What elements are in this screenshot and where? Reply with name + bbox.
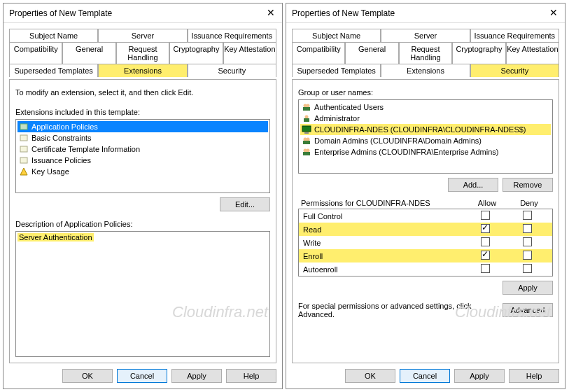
titlebar: Properties of New Template ✕ bbox=[286, 4, 565, 23]
tab-security[interactable]: Security bbox=[188, 64, 276, 77]
list-item[interactable]: Administrator bbox=[300, 113, 551, 124]
warning-icon bbox=[19, 167, 29, 176]
tab-issuance-requirements[interactable]: Issuance Requirements bbox=[470, 29, 559, 42]
list-item-label: Issuance Policies bbox=[31, 156, 91, 164]
tab-security[interactable]: Security bbox=[470, 64, 559, 77]
tab-superseded-templates[interactable]: Superseded Templates bbox=[292, 64, 381, 77]
list-item-label: Application Policies bbox=[31, 122, 98, 131]
tab-general[interactable]: General bbox=[345, 42, 398, 64]
list-item[interactable]: Application Policies bbox=[17, 121, 268, 132]
list-item[interactable]: Certificate Template Information bbox=[17, 144, 268, 155]
deny-header: Deny bbox=[508, 199, 550, 207]
list-item[interactable]: Domain Admins (CLOUDINFRA\Domain Admins) bbox=[300, 135, 551, 146]
perm-name: Enroll bbox=[303, 252, 464, 260]
deny-checkbox[interactable] bbox=[523, 251, 532, 260]
svg-rect-7 bbox=[303, 107, 310, 111]
groups-list[interactable]: Authenticated Users Administrator CLOUDI… bbox=[298, 99, 553, 174]
tabstrip: Subject Name Server Issuance Requirement… bbox=[9, 29, 276, 77]
allow-checkbox[interactable] bbox=[481, 211, 490, 220]
apply-button[interactable]: Apply bbox=[454, 369, 505, 383]
deny-checkbox[interactable] bbox=[523, 237, 532, 246]
tab-subject-name[interactable]: Subject Name bbox=[9, 29, 98, 42]
allow-checkbox[interactable] bbox=[481, 224, 490, 233]
list-item-label: Administrator bbox=[314, 114, 360, 122]
tab-extensions[interactable]: Extensions bbox=[381, 64, 470, 77]
list-item[interactable]: CLOUDINFRA-NDES (CLOUDINFRA\CLOUDINFRA-N… bbox=[300, 124, 551, 135]
list-item[interactable]: Issuance Policies bbox=[17, 155, 268, 166]
help-button[interactable]: Help bbox=[509, 369, 559, 383]
computer-icon bbox=[302, 125, 311, 134]
tab-superseded-templates[interactable]: Superseded Templates bbox=[9, 64, 98, 77]
users-icon bbox=[302, 102, 311, 112]
tab-request-handling[interactable]: Request Handling bbox=[116, 42, 169, 64]
edit-button[interactable]: Edit... bbox=[220, 197, 270, 211]
dialog-extensions: Properties of New Template ✕ Subject Nam… bbox=[3, 3, 283, 389]
perm-name: Read bbox=[303, 225, 464, 234]
svg-rect-17 bbox=[303, 152, 310, 155]
close-icon[interactable]: ✕ bbox=[265, 8, 276, 19]
dialog-security: Properties of New Template ✕ Subject Nam… bbox=[286, 3, 566, 389]
advanced-row: For special permissions or advanced sett… bbox=[298, 302, 553, 318]
deny-checkbox[interactable] bbox=[523, 264, 532, 273]
tab-compatibility[interactable]: Compatibility bbox=[9, 42, 62, 64]
tab-subject-name[interactable]: Subject Name bbox=[292, 29, 381, 42]
advanced-button[interactable]: Advanced bbox=[503, 303, 553, 317]
perm-row: Read bbox=[299, 223, 552, 236]
description-box: Server Authentication bbox=[15, 231, 270, 357]
cancel-button[interactable]: Cancel bbox=[400, 369, 450, 383]
list-item[interactable]: Key Usage bbox=[17, 166, 268, 177]
users-icon bbox=[302, 136, 311, 146]
allow-checkbox[interactable] bbox=[481, 264, 490, 273]
remove-button[interactable]: Remove bbox=[503, 178, 553, 192]
tab-key-attestation[interactable]: Key Attestation bbox=[506, 42, 559, 64]
allow-checkbox[interactable] bbox=[481, 237, 490, 246]
ok-button[interactable]: OK bbox=[62, 369, 113, 383]
tab-compatibility[interactable]: Compatibility bbox=[292, 42, 345, 64]
cert-icon bbox=[19, 144, 29, 154]
users-icon bbox=[302, 147, 311, 157]
close-icon[interactable]: ✕ bbox=[548, 8, 559, 19]
tab-general[interactable]: General bbox=[62, 42, 115, 64]
dialog-title: Properties of New Template bbox=[9, 8, 265, 18]
list-item[interactable]: Authenticated Users bbox=[300, 102, 551, 113]
dialog-buttons: OK Cancel Apply Help bbox=[286, 363, 565, 388]
ok-button[interactable]: OK bbox=[345, 369, 395, 383]
tab-server[interactable]: Server bbox=[381, 29, 470, 42]
svg-rect-1 bbox=[20, 135, 27, 141]
apply-perm-button[interactable]: Apply bbox=[503, 281, 553, 295]
tab-issuance-requirements[interactable]: Issuance Requirements bbox=[188, 29, 276, 42]
add-button[interactable]: Add... bbox=[448, 178, 498, 192]
deny-checkbox[interactable] bbox=[523, 211, 532, 220]
apply-button[interactable]: Apply bbox=[171, 369, 222, 383]
allow-header: Allow bbox=[466, 199, 508, 207]
perm-name: Autoenroll bbox=[303, 265, 464, 274]
perm-row: Full Control bbox=[299, 209, 552, 223]
cert-icon bbox=[19, 155, 29, 165]
list-item-label: Certificate Template Information bbox=[31, 145, 140, 153]
tab-request-handling[interactable]: Request Handling bbox=[399, 42, 452, 64]
help-button[interactable]: Help bbox=[226, 369, 276, 383]
list-item-label: Enterprise Admins (CLOUDINFRA\Enterprise… bbox=[314, 148, 498, 156]
cancel-button[interactable]: Cancel bbox=[117, 369, 167, 383]
list-item-label: Basic Constraints bbox=[31, 134, 92, 142]
tab-cryptography[interactable]: Cryptography bbox=[452, 42, 505, 64]
allow-checkbox[interactable] bbox=[481, 251, 490, 260]
list-item-label: Authenticated Users bbox=[314, 103, 384, 111]
list-item[interactable]: Basic Constraints bbox=[17, 132, 268, 144]
tab-server[interactable]: Server bbox=[98, 29, 187, 42]
svg-rect-3 bbox=[20, 158, 27, 163]
svg-rect-10 bbox=[302, 126, 311, 132]
description-label: Description of Application Policies: bbox=[15, 220, 270, 228]
tab-cryptography[interactable]: Cryptography bbox=[169, 42, 223, 64]
deny-checkbox[interactable] bbox=[523, 224, 532, 233]
tabstrip: Subject Name Server Issuance Requirement… bbox=[292, 29, 559, 77]
svg-rect-2 bbox=[20, 146, 27, 152]
list-item[interactable]: Enterprise Admins (CLOUDINFRA\Enterprise… bbox=[300, 146, 551, 158]
list-item-label: Domain Admins (CLOUDINFRA\Domain Admins) bbox=[314, 136, 482, 145]
tab-key-attestation[interactable]: Key Attestation bbox=[223, 42, 276, 64]
cert-icon bbox=[19, 122, 29, 132]
extensions-list[interactable]: Application Policies Basic Constraints C… bbox=[15, 119, 270, 193]
svg-rect-11 bbox=[304, 132, 309, 134]
permissions-list: Full Control Read Write Enroll bbox=[298, 209, 553, 276]
tab-extensions[interactable]: Extensions bbox=[98, 64, 187, 77]
